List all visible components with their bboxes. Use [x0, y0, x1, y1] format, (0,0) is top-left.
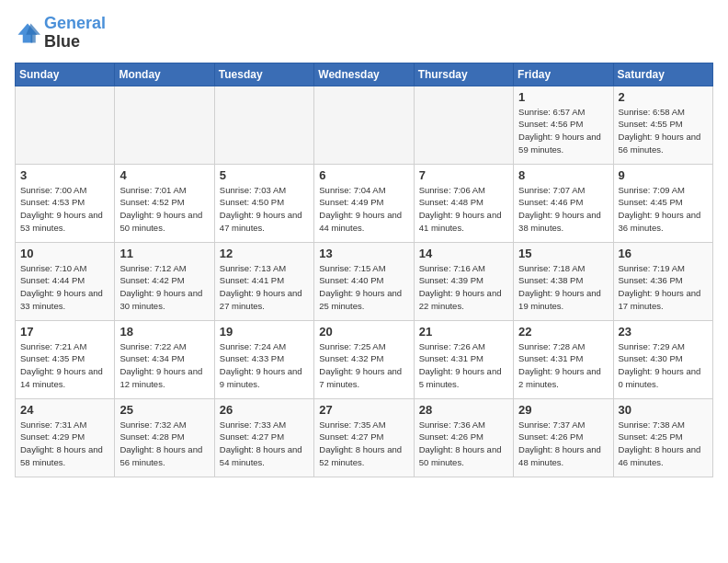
calendar-table: SundayMondayTuesdayWednesdayThursdayFrid…	[15, 63, 713, 477]
calendar-cell: 20Sunrise: 7:25 AM Sunset: 4:32 PM Dayli…	[314, 320, 414, 398]
day-info: Sunrise: 7:04 AM Sunset: 4:49 PM Dayligh…	[319, 184, 408, 235]
day-info: Sunrise: 7:15 AM Sunset: 4:40 PM Dayligh…	[319, 262, 408, 313]
day-info: Sunrise: 7:26 AM Sunset: 4:31 PM Dayligh…	[419, 340, 508, 391]
day-info: Sunrise: 7:32 AM Sunset: 4:28 PM Dayligh…	[119, 419, 209, 469]
day-number: 29	[518, 403, 608, 417]
calendar-cell: 8Sunrise: 7:07 AM Sunset: 4:46 PM Daylig…	[514, 164, 613, 242]
day-info: Sunrise: 7:38 AM Sunset: 4:25 PM Dayligh…	[619, 419, 708, 469]
calendar-cell: 6Sunrise: 7:04 AM Sunset: 4:49 PM Daylig…	[314, 164, 414, 242]
header-thursday: Thursday	[414, 63, 513, 86]
day-number: 5	[220, 168, 309, 182]
day-number: 28	[419, 403, 508, 417]
day-number: 7	[419, 168, 508, 182]
day-info: Sunrise: 7:16 AM Sunset: 4:39 PM Dayligh…	[419, 262, 508, 313]
day-info: Sunrise: 7:24 AM Sunset: 4:33 PM Dayligh…	[220, 340, 309, 391]
calendar-cell: 21Sunrise: 7:26 AM Sunset: 4:31 PM Dayli…	[414, 320, 513, 398]
calendar-cell: 7Sunrise: 7:06 AM Sunset: 4:48 PM Daylig…	[414, 164, 513, 242]
day-number: 25	[119, 403, 209, 417]
calendar-cell: 16Sunrise: 7:19 AM Sunset: 4:36 PM Dayli…	[613, 242, 712, 320]
calendar-cell: 19Sunrise: 7:24 AM Sunset: 4:33 PM Dayli…	[214, 320, 313, 398]
calendar-cell: 13Sunrise: 7:15 AM Sunset: 4:40 PM Dayli…	[314, 242, 414, 320]
calendar-cell: 10Sunrise: 7:10 AM Sunset: 4:44 PM Dayli…	[16, 242, 115, 320]
calendar-cell: 4Sunrise: 7:01 AM Sunset: 4:52 PM Daylig…	[115, 164, 214, 242]
day-number: 26	[220, 403, 309, 417]
day-number: 23	[619, 325, 708, 339]
day-info: Sunrise: 7:28 AM Sunset: 4:31 PM Dayligh…	[518, 340, 608, 391]
day-info: Sunrise: 7:31 AM Sunset: 4:29 PM Dayligh…	[20, 419, 109, 469]
calendar-cell: 18Sunrise: 7:22 AM Sunset: 4:34 PM Dayli…	[115, 320, 214, 398]
calendar-cell: 30Sunrise: 7:38 AM Sunset: 4:25 PM Dayli…	[613, 398, 712, 477]
header-friday: Friday	[514, 63, 613, 86]
calendar-cell	[414, 86, 513, 164]
calendar-cell: 17Sunrise: 7:21 AM Sunset: 4:35 PM Dayli…	[16, 320, 115, 398]
day-number: 21	[419, 325, 508, 339]
calendar-cell: 29Sunrise: 7:37 AM Sunset: 4:26 PM Dayli…	[514, 398, 613, 477]
day-number: 22	[518, 325, 608, 339]
day-info: Sunrise: 7:13 AM Sunset: 4:41 PM Dayligh…	[220, 262, 309, 313]
day-number: 3	[20, 168, 109, 182]
day-info: Sunrise: 7:19 AM Sunset: 4:36 PM Dayligh…	[619, 262, 708, 313]
calendar-week-1: 1Sunrise: 6:57 AM Sunset: 4:56 PM Daylig…	[16, 86, 713, 164]
day-number: 2	[619, 90, 708, 104]
calendar-cell: 2Sunrise: 6:58 AM Sunset: 4:55 PM Daylig…	[613, 86, 712, 164]
calendar-cell: 15Sunrise: 7:18 AM Sunset: 4:38 PM Dayli…	[514, 242, 613, 320]
day-info: Sunrise: 7:01 AM Sunset: 4:52 PM Dayligh…	[119, 184, 209, 235]
calendar-cell	[16, 86, 115, 164]
day-info: Sunrise: 7:35 AM Sunset: 4:27 PM Dayligh…	[319, 419, 408, 469]
calendar-cell: 3Sunrise: 7:00 AM Sunset: 4:53 PM Daylig…	[16, 164, 115, 242]
day-number: 9	[619, 168, 708, 182]
day-info: Sunrise: 6:57 AM Sunset: 4:56 PM Dayligh…	[518, 106, 608, 156]
calendar-body: 1Sunrise: 6:57 AM Sunset: 4:56 PM Daylig…	[16, 86, 713, 477]
day-number: 27	[319, 403, 408, 417]
day-info: Sunrise: 7:33 AM Sunset: 4:27 PM Dayligh…	[220, 419, 309, 469]
logo-text: General Blue	[44, 15, 106, 52]
page-header: General Blue	[15, 15, 713, 52]
calendar-cell	[214, 86, 313, 164]
day-number: 10	[20, 247, 109, 260]
calendar-header-row: SundayMondayTuesdayWednesdayThursdayFrid…	[16, 63, 713, 86]
day-number: 12	[220, 247, 309, 260]
calendar-week-2: 3Sunrise: 7:00 AM Sunset: 4:53 PM Daylig…	[16, 164, 713, 242]
calendar-cell: 14Sunrise: 7:16 AM Sunset: 4:39 PM Dayli…	[414, 242, 513, 320]
calendar-cell: 27Sunrise: 7:35 AM Sunset: 4:27 PM Dayli…	[314, 398, 414, 477]
day-info: Sunrise: 7:06 AM Sunset: 4:48 PM Dayligh…	[419, 184, 508, 235]
day-number: 1	[518, 90, 608, 104]
day-number: 16	[619, 247, 708, 260]
header-monday: Monday	[115, 63, 214, 86]
day-info: Sunrise: 7:21 AM Sunset: 4:35 PM Dayligh…	[20, 340, 109, 391]
day-number: 8	[518, 168, 608, 182]
day-number: 6	[319, 168, 408, 182]
day-number: 17	[20, 325, 109, 339]
calendar-cell: 9Sunrise: 7:09 AM Sunset: 4:45 PM Daylig…	[613, 164, 712, 242]
header-wednesday: Wednesday	[314, 63, 414, 86]
calendar-cell	[115, 86, 214, 164]
calendar-cell: 12Sunrise: 7:13 AM Sunset: 4:41 PM Dayli…	[214, 242, 313, 320]
day-number: 24	[20, 403, 109, 417]
day-number: 14	[419, 247, 508, 260]
calendar-week-5: 24Sunrise: 7:31 AM Sunset: 4:29 PM Dayli…	[16, 398, 713, 477]
header-saturday: Saturday	[613, 63, 712, 86]
logo-icon	[15, 20, 40, 46]
day-number: 19	[220, 325, 309, 339]
logo: General Blue	[15, 15, 106, 52]
day-number: 15	[518, 247, 608, 260]
day-info: Sunrise: 7:29 AM Sunset: 4:30 PM Dayligh…	[619, 340, 708, 391]
day-info: Sunrise: 7:00 AM Sunset: 4:53 PM Dayligh…	[20, 184, 109, 235]
day-info: Sunrise: 7:37 AM Sunset: 4:26 PM Dayligh…	[518, 419, 608, 469]
day-info: Sunrise: 7:12 AM Sunset: 4:42 PM Dayligh…	[119, 262, 209, 313]
calendar-cell: 23Sunrise: 7:29 AM Sunset: 4:30 PM Dayli…	[613, 320, 712, 398]
calendar-cell: 26Sunrise: 7:33 AM Sunset: 4:27 PM Dayli…	[214, 398, 313, 477]
day-number: 13	[319, 247, 408, 260]
day-info: Sunrise: 7:03 AM Sunset: 4:50 PM Dayligh…	[220, 184, 309, 235]
calendar-cell: 1Sunrise: 6:57 AM Sunset: 4:56 PM Daylig…	[514, 86, 613, 164]
day-info: Sunrise: 6:58 AM Sunset: 4:55 PM Dayligh…	[619, 106, 708, 156]
day-number: 20	[319, 325, 408, 339]
calendar-cell: 22Sunrise: 7:28 AM Sunset: 4:31 PM Dayli…	[514, 320, 613, 398]
calendar-cell: 28Sunrise: 7:36 AM Sunset: 4:26 PM Dayli…	[414, 398, 513, 477]
day-info: Sunrise: 7:36 AM Sunset: 4:26 PM Dayligh…	[419, 419, 508, 469]
calendar-cell: 5Sunrise: 7:03 AM Sunset: 4:50 PM Daylig…	[214, 164, 313, 242]
day-number: 11	[119, 247, 209, 260]
day-info: Sunrise: 7:22 AM Sunset: 4:34 PM Dayligh…	[119, 340, 209, 391]
day-info: Sunrise: 7:25 AM Sunset: 4:32 PM Dayligh…	[319, 340, 408, 391]
day-number: 4	[119, 168, 209, 182]
